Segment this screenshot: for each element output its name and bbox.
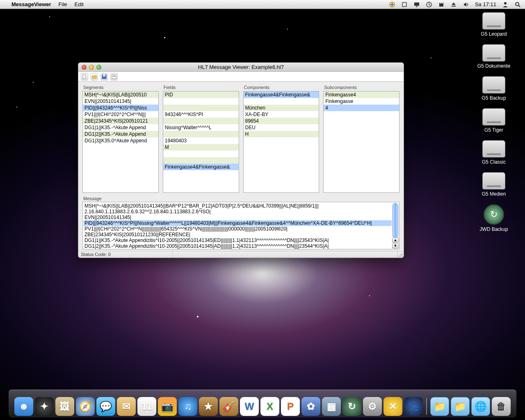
- dock-ical[interactable]: 11: [137, 397, 156, 416]
- dock-imovie[interactable]: ★: [199, 397, 218, 416]
- list-item[interactable]: 89654: [244, 118, 319, 124]
- list-item[interactable]: PV1|||I|CHI^202^2^CH^^N|||: [83, 111, 158, 118]
- menu-edit[interactable]: Edit: [75, 1, 84, 7]
- drive-leopard[interactable]: G5 Leopard: [469, 12, 518, 37]
- spotlight-icon[interactable]: [514, 1, 521, 8]
- drive-classic[interactable]: G5 Classic: [469, 140, 518, 165]
- dock-trash[interactable]: 🗑: [492, 397, 511, 416]
- dock-ichat[interactable]: 💬: [96, 397, 115, 416]
- message-line[interactable]: ZBE|234345^KIS|200510121230||REFERENCE|: [84, 232, 392, 237]
- components-list[interactable]: Finkengasse4&Finkengasse& MünchenXA-DE-B…: [243, 91, 320, 193]
- desktop-icons: G5 Leopard G5 Dokumente G5 Backup G5 Tig…: [469, 12, 518, 240]
- drive-backup[interactable]: G5 Backup: [469, 76, 518, 101]
- list-item[interactable]: DEU: [244, 124, 319, 131]
- dock-itunes[interactable]: ♫: [178, 397, 197, 416]
- list-item[interactable]: Nissing^Walter^^^^^L: [163, 124, 239, 131]
- dock-sysprefs[interactable]: ⚙: [363, 397, 382, 416]
- refresh-button[interactable]: [110, 73, 118, 80]
- dock-folder-b[interactable]: 📁: [451, 397, 470, 416]
- message-line[interactable]: DG1|1||K35.-^Akute Appendizitis^I10-2005…: [84, 237, 392, 243]
- resize-grip[interactable]: [398, 251, 404, 258]
- drive-tiger[interactable]: G5 Tiger: [469, 108, 518, 133]
- dock-safari[interactable]: 🧭: [76, 397, 95, 416]
- scroll-down-button[interactable]: ▼: [392, 243, 399, 249]
- dock-folder-a[interactable]: 📁: [430, 397, 449, 416]
- segments-list[interactable]: MSH|^~\&|KIS||LAB||200510EVN||2005101413…: [82, 91, 159, 193]
- volume-icon[interactable]: [463, 1, 469, 8]
- list-item[interactable]: DG1|1||K35.-^Akute Append: [83, 124, 158, 131]
- dock-folder-globe[interactable]: 🌐: [471, 397, 490, 416]
- dock-app-yellow[interactable]: ✕: [383, 397, 402, 416]
- subcomponents-label: Subcomponents: [324, 85, 399, 90]
- list-item[interactable]: Finkengasse4&Finkengasse&: [163, 164, 239, 170]
- list-item[interactable]: Finkengasse: [324, 98, 399, 105]
- menu-file[interactable]: File: [59, 1, 67, 7]
- list-item[interactable]: München: [244, 105, 319, 111]
- list-item[interactable]: PID|||943246^^^KIS^PI||Niss: [83, 105, 158, 111]
- message-line[interactable]: MSH|^~\&|KIS||LAB||200510141345||BAR^P12…: [84, 203, 392, 209]
- subcomponents-list[interactable]: Finkengasse4Finkengasse4: [323, 91, 399, 193]
- titlebar[interactable]: HL7 Message Viewer: Example6.hl7: [78, 63, 404, 72]
- message-textarea[interactable]: MSH|^~\&|KIS||LAB||200510141345||BAR^P12…: [82, 202, 399, 249]
- list-item[interactable]: 4: [324, 105, 399, 111]
- drive-timemachine[interactable]: ↻JWD Backup: [469, 204, 518, 232]
- message-line[interactable]: 2.16.840.1.113883.2.6.9.32^^2.16.840.1.1…: [84, 209, 392, 215]
- save-button[interactable]: [100, 73, 108, 80]
- timemachine-menu-icon[interactable]: [426, 1, 432, 8]
- list-item[interactable]: H: [244, 131, 319, 137]
- message-line[interactable]: PV1|||I|CHI^202^2^CH^^N|||||||||||||||65…: [84, 226, 392, 232]
- dock-excel[interactable]: X: [260, 397, 279, 416]
- list-item[interactable]: PID: [163, 91, 239, 98]
- list-item[interactable]: [244, 98, 319, 105]
- list-item[interactable]: Finkengasse4&Finkengasse&: [244, 91, 319, 98]
- dock-app-blue[interactable]: ✿: [301, 397, 320, 416]
- status-icon-fort[interactable]: [438, 1, 445, 8]
- drive-medien[interactable]: G5 Medien: [469, 172, 518, 197]
- scrollbar-thumb[interactable]: [393, 203, 398, 238]
- message-line[interactable]: DG1|2||K35.-^Akute Appendizitis^I10-2005…: [84, 243, 392, 249]
- drive-label: JWD Backup: [479, 226, 508, 232]
- list-item[interactable]: [163, 131, 239, 137]
- list-item[interactable]: M: [163, 144, 239, 151]
- list-item[interactable]: XA-DE-BY: [244, 111, 319, 118]
- list-item[interactable]: Finkengasse4: [324, 91, 399, 98]
- list-item[interactable]: EVN||200510141345|: [83, 98, 158, 105]
- status-icon-1[interactable]: [389, 1, 395, 8]
- dock-timemachine[interactable]: ↻: [342, 397, 361, 416]
- list-item[interactable]: ZBE|234345^KIS|200510121: [83, 118, 158, 124]
- open-button[interactable]: [91, 73, 98, 80]
- new-doc-button[interactable]: [81, 73, 88, 80]
- scroll-up-button[interactable]: ▲: [392, 237, 399, 243]
- fields-list[interactable]: PID 943246^^^KIS^PI Nissing^Walter^^^^^L…: [163, 91, 239, 193]
- fields-panel: Fields PID 943246^^^KIS^PI Nissing^Walte…: [163, 84, 239, 193]
- dock-garageband[interactable]: 🎸: [219, 397, 238, 416]
- clock[interactable]: Sa 17:11: [475, 1, 496, 7]
- dock-word[interactable]: W: [240, 397, 259, 416]
- dock-finder[interactable]: ☻: [14, 397, 33, 416]
- message-line[interactable]: EVN||200510141345|: [84, 215, 392, 220]
- message-line[interactable]: PID|||943246^^^KIS^PI||Nissing^Walter^^^…: [84, 220, 392, 226]
- dock-mail[interactable]: ✉: [117, 397, 136, 416]
- status-icon-2[interactable]: [401, 1, 408, 8]
- eject-icon[interactable]: [450, 1, 457, 8]
- list-item[interactable]: [163, 157, 239, 164]
- dock-app-paw[interactable]: 🐾: [404, 397, 423, 416]
- dock-dashboard[interactable]: ✦: [35, 397, 54, 416]
- list-item[interactable]: DG1|3||K35.0^Akute Append: [83, 137, 158, 144]
- dock-app-grid[interactable]: ▦: [322, 397, 341, 416]
- app-menu[interactable]: MessageViewer: [11, 1, 51, 7]
- list-item[interactable]: [163, 105, 239, 111]
- dock-iphoto[interactable]: 📷: [158, 397, 177, 416]
- list-item[interactable]: [163, 98, 239, 105]
- list-item[interactable]: 943246^^^KIS^PI: [163, 111, 239, 118]
- list-item[interactable]: 19480403: [163, 137, 239, 144]
- list-item[interactable]: [163, 118, 239, 124]
- status-icon-display[interactable]: [413, 1, 420, 8]
- dock-powerpoint[interactable]: P: [281, 397, 300, 416]
- list-item[interactable]: MSH|^~\&|KIS||LAB||200510: [83, 91, 158, 98]
- dock-preview[interactable]: 🖼: [55, 397, 74, 416]
- list-item[interactable]: [163, 151, 239, 157]
- drive-dokumente[interactable]: G5 Dokumente: [469, 44, 518, 69]
- user-icon[interactable]: [502, 1, 509, 8]
- list-item[interactable]: DG1|2||K35.-^Akute Append: [83, 131, 158, 137]
